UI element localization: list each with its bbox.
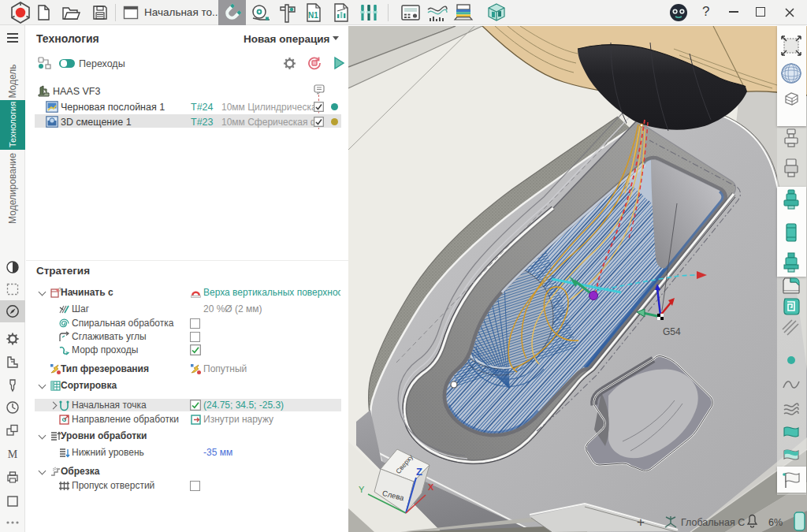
svg-text:Y: Y <box>359 485 365 494</box>
svg-text:Глобальная С: Глобальная С <box>681 517 745 528</box>
svg-text:X: X <box>428 482 434 492</box>
svg-text:Z: Z <box>416 466 422 478</box>
svg-text:+: + <box>637 515 645 530</box>
svg-text:G54: G54 <box>663 326 681 337</box>
svg-text:M: M <box>8 448 18 460</box>
svg-text:6%: 6% <box>768 517 783 528</box>
svg-text:N1: N1 <box>308 11 318 20</box>
